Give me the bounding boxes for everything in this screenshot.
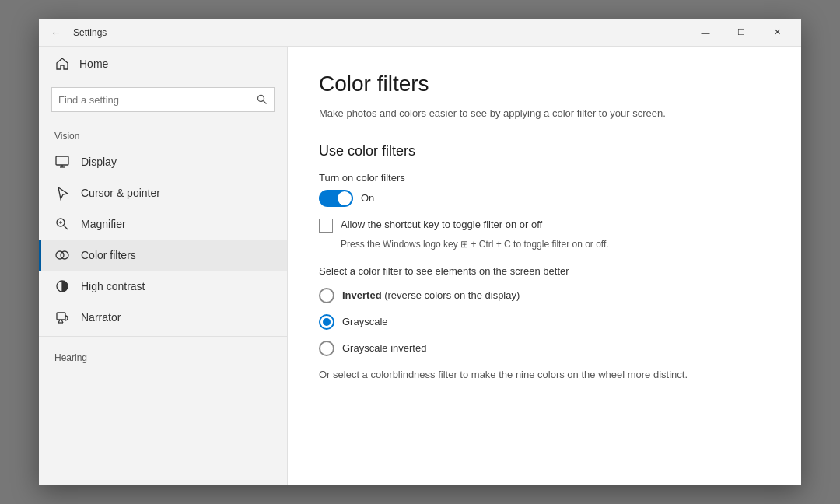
magnifier-icon [54,216,70,232]
shortcut-checkbox-row: Allow the shortcut key to toggle filter … [319,218,770,233]
main-layout: Home Vision [39,47,801,485]
cursor-label: Cursor & pointer [81,187,160,199]
shortcut-checkbox-label: Allow the shortcut key to toggle filter … [341,218,542,232]
svg-point-9 [56,251,64,259]
search-icon[interactable] [250,88,274,111]
home-icon [54,56,70,72]
radio-grayscale-inverted[interactable]: Grayscale inverted [319,341,770,356]
back-button[interactable]: ← [45,22,67,44]
svg-point-10 [61,251,68,259]
hearing-section-label: Hearing [39,340,287,368]
radio-inverted[interactable]: Inverted (reverse colors on the display) [319,288,770,303]
radio-label-grayscale-inverted: Grayscale inverted [342,342,426,354]
radio-inner-grayscale [323,318,331,326]
display-label: Display [81,156,117,168]
magnifier-label: Magnifier [81,218,126,230]
shortcut-hint: Press the Windows logo key ⊞ + Ctrl + C … [341,239,770,250]
sidebar-item-high-contrast[interactable]: High contrast [39,271,287,302]
color-filters-label: Color filters [81,249,136,261]
color-filters-toggle[interactable] [319,190,353,207]
sidebar-item-narrator[interactable]: Narrator [39,302,287,333]
radio-outer-grayscale [319,314,334,330]
sidebar-item-home[interactable]: Home [39,47,287,81]
page-description: Make photos and colors easier to see by … [319,106,770,121]
toggle-track [319,190,353,207]
search-input[interactable] [52,94,250,106]
settings-window: ← Settings — ☐ ✕ Home [39,19,801,485]
title-bar: ← Settings — ☐ ✕ [39,19,801,47]
shortcut-checkbox[interactable] [319,219,333,233]
radio-grayscale[interactable]: Grayscale [319,314,770,330]
toggle-row: Turn on color filters On [319,172,770,207]
close-button[interactable]: ✕ [759,19,795,47]
sidebar-item-cursor[interactable]: Cursor & pointer [39,177,287,208]
radio-label-grayscale: Grayscale [342,316,388,327]
vision-section-label: Vision [39,118,287,146]
sidebar: Home Vision [39,47,288,485]
sidebar-divider [39,336,287,337]
narrator-label: Narrator [81,311,121,324]
high-contrast-label: High contrast [81,280,145,292]
radio-outer-grayscale-inverted [319,341,334,356]
sidebar-item-color-filters[interactable]: Color filters [39,240,287,271]
cursor-icon [54,185,70,201]
display-icon [54,154,70,170]
radio-label-inverted: Inverted (reverse colors on the display) [342,289,520,301]
high-contrast-icon [54,278,70,294]
svg-line-1 [264,101,267,104]
toggle-label: Turn on color filters [319,172,770,184]
sidebar-item-magnifier[interactable]: Magnifier [39,208,287,240]
use-color-filters-heading: Use color filters [319,143,770,159]
window-title: Settings [73,27,688,38]
svg-line-6 [64,226,68,229]
radio-outer-inverted [319,288,334,303]
sidebar-item-display[interactable]: Display [39,146,287,177]
page-title: Color filters [319,72,770,96]
color-filters-icon [54,247,70,263]
minimize-button[interactable]: — [688,19,723,47]
content-area: Color filters Make photos and colors eas… [288,47,801,485]
maximize-button[interactable]: ☐ [723,19,759,47]
home-label: Home [79,58,108,70]
search-box [51,87,275,112]
colorblind-hint: Or select a colorblindness filter to mak… [319,367,754,383]
narrator-icon [54,310,70,325]
svg-rect-2 [56,156,68,165]
toggle-on-label: On [361,192,374,204]
toggle-thumb [338,191,352,205]
svg-point-0 [258,96,264,102]
window-controls: — ☐ ✕ [688,19,795,47]
toggle-control: On [319,190,770,207]
filter-select-label: Select a color filter to see elements on… [319,265,770,277]
svg-rect-12 [57,313,65,320]
